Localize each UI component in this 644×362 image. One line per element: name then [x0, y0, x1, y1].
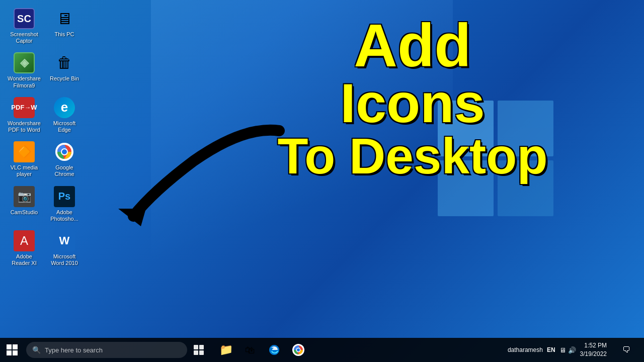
- taskbar-search-placeholder: Type here to search: [45, 346, 103, 354]
- desktop-icon-this-pc[interactable]: 🖥 This PC: [45, 5, 84, 47]
- desktop-icon-camstudio[interactable]: 📷 CamStudio: [5, 183, 43, 225]
- taskview-button[interactable]: [187, 338, 210, 362]
- pdf-to-word-icon: PDF→W: [14, 97, 35, 118]
- desktop-icon-word[interactable]: W Microsoft Word 2010: [45, 227, 84, 269]
- adobe-reader-label: Adobe Reader XI: [7, 253, 41, 266]
- svg-point-16: [297, 348, 300, 351]
- notification-center-button[interactable]: 🗨: [615, 338, 638, 362]
- svg-rect-5: [7, 344, 12, 349]
- vlc-label: VLC media player: [7, 164, 41, 177]
- camstudio-icon: 📷: [14, 186, 35, 207]
- notification-icon: 🗨: [622, 345, 630, 354]
- pdf-to-word-label: Wondershare PDF to Word: [7, 120, 41, 133]
- filmora-label: Wondershare Filmora9: [7, 75, 41, 88]
- file-explorer-icon: 📁: [219, 343, 233, 356]
- desktop-icon-photoshop[interactable]: Ps Adobe Photosho...: [45, 183, 84, 225]
- ms-word-icon: W: [54, 230, 75, 251]
- volume-icon: 🔊: [568, 346, 576, 354]
- chrome-icon: [54, 141, 75, 162]
- desktop: Add Icons To Desktop SC Screenshot Capto…: [0, 0, 644, 362]
- icon-row-2: ◈ Wondershare Filmora9 🗑 Recycle Bin: [5, 49, 84, 92]
- desktop-icon-chrome[interactable]: Google Chrome: [45, 138, 84, 180]
- title-line-3: To Desktop: [211, 131, 614, 181]
- this-pc-icon: 🖥: [54, 8, 75, 29]
- windows-start-icon: [7, 344, 18, 355]
- taskbar-search-bar[interactable]: 🔍 Type here to search: [26, 342, 187, 358]
- start-button[interactable]: [0, 338, 24, 362]
- svg-rect-6: [13, 344, 18, 349]
- desktop-icons-container: SC Screenshot Captor 🖥 This PC ◈ Wonders…: [5, 5, 84, 269]
- svg-rect-10: [199, 345, 204, 349]
- taskbar-chrome[interactable]: [287, 338, 310, 362]
- photoshop-icon: Ps: [54, 186, 75, 207]
- photoshop-label: Adobe Photosho...: [47, 209, 82, 222]
- desktop-icon-reader[interactable]: A Adobe Reader XI: [5, 227, 43, 269]
- ms-store-icon: 🛍: [245, 344, 255, 356]
- taskbar-language: EN: [547, 346, 555, 353]
- screenshot-captor-label: Screenshot Captor: [7, 31, 41, 44]
- icon-row-1: SC Screenshot Captor 🖥 This PC: [5, 5, 84, 47]
- taskbar-pinned-apps: 📁 🛍: [214, 338, 310, 362]
- icon-row-4: 🔶 VLC media player Google Chrome: [5, 138, 84, 180]
- taskbar-system-icons: 🖥 🔊: [559, 346, 576, 354]
- chrome-label: Google Chrome: [47, 164, 82, 177]
- camstudio-label: CamStudio: [11, 209, 38, 216]
- icon-row-6: A Adobe Reader XI W Microsoft Word 2010: [5, 227, 84, 269]
- svg-marker-0: [118, 209, 146, 226]
- screenshot-captor-icon: SC: [14, 8, 35, 29]
- taskbar-file-explorer[interactable]: 📁: [214, 338, 237, 362]
- edge-label: Microsoft Edge: [47, 120, 82, 133]
- desktop-icon-edge[interactable]: e Microsoft Edge: [45, 94, 84, 136]
- svg-rect-11: [194, 350, 198, 355]
- taskbar: 🔍 Type here to search 📁 🛍: [0, 338, 644, 362]
- recycle-bin-icon: 🗑: [54, 52, 75, 73]
- taskbar-chrome-icon: [292, 344, 304, 356]
- svg-rect-8: [13, 350, 18, 355]
- svg-rect-7: [7, 350, 12, 355]
- adobe-reader-icon: A: [14, 230, 35, 251]
- icon-row-5: 📷 CamStudio Ps Adobe Photosho...: [5, 183, 84, 225]
- desktop-icon-recycle-bin[interactable]: 🗑 Recycle Bin: [45, 49, 84, 92]
- recycle-bin-label: Recycle Bin: [50, 75, 79, 82]
- edge-icon: e: [54, 97, 75, 118]
- taskview-icon: [194, 345, 204, 355]
- this-pc-label: This PC: [54, 31, 74, 38]
- title-line-2: Icons: [211, 75, 614, 131]
- svg-rect-12: [199, 350, 204, 355]
- network-icon: 🖥: [559, 346, 566, 354]
- taskbar-edge[interactable]: [263, 338, 286, 362]
- taskbar-search-icon: 🔍: [32, 346, 41, 354]
- desktop-icon-vlc[interactable]: 🔶 VLC media player: [5, 138, 43, 180]
- title-line-1: Add: [211, 15, 614, 75]
- desktop-icon-filmora[interactable]: ◈ Wondershare Filmora9: [5, 49, 43, 92]
- icon-row-3: PDF→W Wondershare PDF to Word e Microsof…: [5, 94, 84, 136]
- title-overlay: Add Icons To Desktop: [211, 15, 614, 181]
- vlc-icon: 🔶: [14, 141, 35, 162]
- desktop-icon-screenshot-captor[interactable]: SC Screenshot Captor: [5, 5, 43, 47]
- svg-rect-9: [194, 345, 198, 349]
- taskbar-username: datharamesh: [508, 346, 543, 353]
- taskbar-ms-store[interactable]: 🛍: [238, 338, 262, 362]
- taskbar-edge-icon: [268, 344, 280, 356]
- ms-word-label: Microsoft Word 2010: [47, 253, 82, 266]
- taskbar-time-display: 1:52 PM: [584, 341, 607, 350]
- taskbar-right-area: datharamesh EN 🖥 🔊 1:52 PM 3/19/2022 🗨: [508, 338, 644, 362]
- filmora-icon: ◈: [14, 52, 35, 73]
- taskbar-clock[interactable]: 1:52 PM 3/19/2022: [580, 341, 607, 358]
- svg-point-4: [62, 149, 67, 154]
- desktop-icon-pdf-to-word[interactable]: PDF→W Wondershare PDF to Word: [5, 94, 43, 136]
- taskbar-date-display: 3/19/2022: [580, 350, 607, 358]
